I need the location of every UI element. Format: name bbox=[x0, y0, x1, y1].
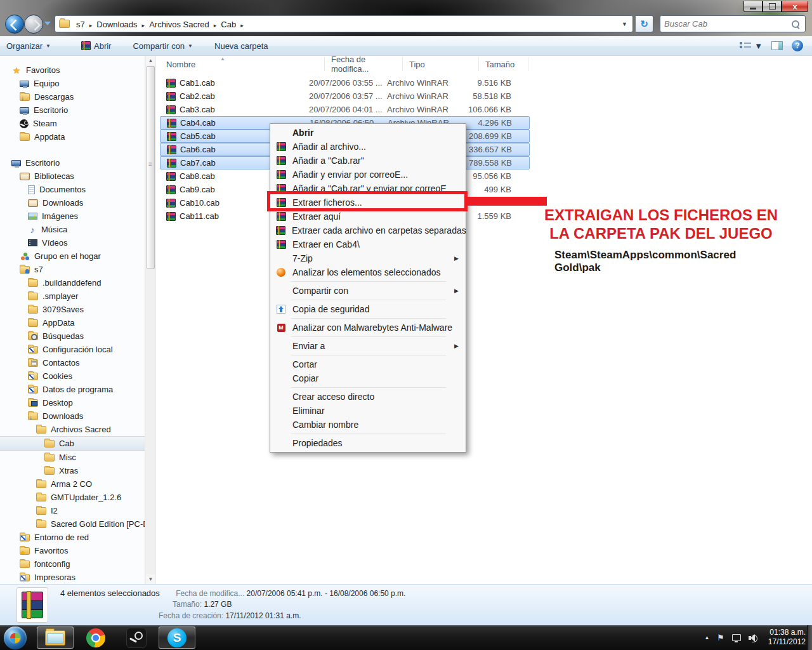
sidebar-item-steam[interactable]: Steam bbox=[0, 117, 145, 130]
sidebar-item-v-deos[interactable]: Vídeos bbox=[0, 236, 145, 249]
preview-pane-button[interactable] bbox=[771, 41, 783, 50]
menu-item-copiar[interactable]: Copiar bbox=[271, 371, 465, 385]
address-dropdown-icon[interactable]: ▼ bbox=[622, 21, 627, 27]
sidebar-item-appdata[interactable]: Appdata bbox=[0, 130, 145, 143]
menu-item-crear-acceso-directo[interactable]: Crear acceso directo bbox=[271, 390, 465, 404]
sidebar-item-m-sica[interactable]: ♪Música bbox=[0, 223, 145, 236]
taskbar-steam-button[interactable] bbox=[118, 627, 155, 649]
sidebar-item-b-squedas[interactable]: Búsquedas bbox=[0, 329, 145, 343]
sidebar-item-grupo-en-el-hogar[interactable]: Grupo en el hogar bbox=[0, 249, 145, 263]
start-button[interactable] bbox=[4, 627, 27, 649]
volume-icon[interactable] bbox=[749, 634, 757, 642]
sidebar-item-desktop[interactable]: Desktop bbox=[0, 396, 145, 409]
sidebar-item-entorno-de-red[interactable]: Entorno de red bbox=[0, 531, 145, 544]
menu-item-extraer-en-cab4-[interactable]: Extraer en Cab4\ bbox=[271, 237, 465, 251]
menu-item-a-adir-al-archivo-[interactable]: Añadir al archivo... bbox=[271, 140, 465, 154]
sidebar-item-bibliotecas[interactable]: Bibliotecas bbox=[0, 169, 145, 183]
scroll-down-icon[interactable]: ▼ bbox=[146, 574, 155, 584]
scroll-up-icon[interactable]: ▲ bbox=[146, 56, 155, 65]
scrollbar-thumb[interactable] bbox=[147, 66, 155, 269]
sidebar-scrollbar[interactable]: ▲ ▼ bbox=[145, 56, 155, 584]
help-button[interactable]: ? bbox=[792, 40, 803, 51]
menu-item-analizar-los-elementos-seleccionados[interactable]: Analizar los elementos seleccionados bbox=[271, 265, 465, 279]
menu-item-a-adir-a-cab-rar-[interactable]: Añadir a "Cab.rar" bbox=[271, 154, 465, 168]
breadcrumb-item[interactable]: Downloads bbox=[94, 20, 140, 29]
tray-expand-icon[interactable]: ▲ bbox=[704, 635, 709, 640]
column-header-tama-o[interactable]: Tamaño bbox=[479, 57, 528, 71]
sidebar-item-xtras[interactable]: Xtras bbox=[0, 464, 145, 477]
menu-item-extraer-cada-archivo-en-carpetas-separadas[interactable]: Extraer cada archivo en carpetas separad… bbox=[271, 223, 465, 237]
column-header-tipo[interactable]: Tipo bbox=[403, 57, 479, 71]
taskbar-chrome-button[interactable] bbox=[77, 627, 114, 649]
sidebar-item-favoritos[interactable]: Favoritos bbox=[0, 544, 145, 557]
search-box[interactable] bbox=[660, 15, 806, 32]
sidebar-item-cab[interactable]: Cab bbox=[0, 436, 145, 451]
organize-button[interactable]: Organizar ▼ bbox=[0, 36, 57, 55]
file-row[interactable]: Cab3.cab20/07/2006 04:01 ...Archivo WinR… bbox=[160, 103, 530, 116]
sidebar-item-downloads[interactable]: Downloads bbox=[0, 409, 145, 423]
column-header-nombre[interactable]: Nombre bbox=[160, 57, 325, 71]
recent-pages-dropdown-icon[interactable] bbox=[44, 22, 51, 25]
breadcrumb-item[interactable]: Archivos Sacred bbox=[147, 20, 212, 29]
sidebar-item-configuraci-n-local[interactable]: Configuración local bbox=[0, 343, 145, 356]
taskbar-skype-button[interactable]: S bbox=[159, 627, 195, 649]
sidebar-item-appdata[interactable]: AppData bbox=[0, 316, 145, 329]
minimize-button[interactable] bbox=[743, 1, 763, 12]
search-icon[interactable] bbox=[790, 19, 801, 29]
action-center-flag-icon[interactable]: ⚑ bbox=[717, 633, 724, 642]
menu-item-7-zip[interactable]: 7-Zip▶ bbox=[271, 251, 465, 265]
sidebar-item-archivos-sacred[interactable]: Archivos Sacred bbox=[0, 423, 145, 436]
sidebar-item-escritorio[interactable]: Escritorio bbox=[0, 103, 145, 117]
sidebar-item-arma-2-co[interactable]: Arma 2 CO bbox=[0, 477, 145, 491]
network-icon[interactable] bbox=[732, 634, 741, 641]
breadcrumb-item[interactable]: Cab bbox=[218, 20, 239, 29]
sidebar-item-descargas[interactable]: Descargas bbox=[0, 90, 145, 103]
close-button[interactable]: x bbox=[782, 1, 808, 12]
menu-item-a-adir-y-enviar-por-correoe-[interactable]: Añadir y enviar por correoE... bbox=[271, 168, 465, 182]
sidebar-item-3079saves[interactable]: 3079Saves bbox=[0, 303, 145, 316]
share-with-button[interactable]: Compartir con ▼ bbox=[126, 36, 199, 55]
sidebar-item-datos-de-programa[interactable]: Datos de programa bbox=[0, 383, 145, 396]
menu-item-abrir[interactable]: Abrir bbox=[271, 126, 465, 140]
taskbar-clock[interactable]: 01:38 a.m. 17/11/2012 bbox=[768, 628, 806, 647]
sidebar-item-escritorio[interactable]: Escritorio bbox=[0, 156, 145, 169]
menu-item-copia-de-seguridad[interactable]: Copia de seguridad bbox=[271, 302, 465, 316]
sidebar-item-gmtupdater-1-2-6[interactable]: GMTUpdater_1.2.6 bbox=[0, 491, 145, 504]
breadcrumb-item[interactable]: s7 bbox=[74, 20, 88, 29]
menu-item-cortar[interactable]: Cortar bbox=[271, 357, 465, 371]
file-row[interactable]: Cab2.cab20/07/2006 03:57 ...Archivo WinR… bbox=[160, 90, 530, 103]
menu-item-eliminar[interactable]: Eliminar bbox=[271, 404, 465, 418]
sidebar-item-favoritos[interactable]: ★Favoritos bbox=[0, 63, 145, 77]
sidebar-item-fontconfig[interactable]: fontconfig bbox=[0, 557, 145, 571]
search-input[interactable] bbox=[660, 19, 790, 29]
open-button[interactable]: Abrir bbox=[75, 36, 117, 55]
file-row[interactable]: Cab1.cab20/07/2006 03:55 ...Archivo WinR… bbox=[160, 76, 530, 90]
sidebar-item-documentos[interactable]: Documentos bbox=[0, 183, 145, 196]
sidebar-item-s7[interactable]: s7 bbox=[0, 263, 145, 276]
sidebar-item-i2[interactable]: I2 bbox=[0, 504, 145, 517]
menu-item-analizar-con-malwarebytes-anti-malware[interactable]: MAnalizar con Malwarebytes Anti-Malware bbox=[271, 321, 465, 335]
menu-item-compartir-con[interactable]: Compartir con▶ bbox=[271, 284, 465, 298]
menu-item-propiedades[interactable]: Propiedades bbox=[271, 436, 465, 450]
taskbar-explorer-button[interactable] bbox=[37, 627, 74, 649]
menu-item-enviar-a[interactable]: Enviar a▶ bbox=[271, 339, 465, 353]
change-view-button[interactable]: ▼ bbox=[740, 41, 763, 51]
back-button[interactable] bbox=[5, 15, 24, 34]
sidebar-item-sacred-gold-edition-pc-dvd[interactable]: Sacred Gold Edition [PC-DVD bbox=[0, 517, 145, 531]
sidebar-item-cookies[interactable]: Cookies bbox=[0, 369, 145, 383]
sidebar-item--smplayer[interactable]: .smplayer bbox=[0, 289, 145, 303]
sidebar-item-equipo[interactable]: Equipo bbox=[0, 77, 145, 90]
sidebar-item-misc[interactable]: Misc bbox=[0, 451, 145, 464]
menu-item-extraer-aqu-[interactable]: Extraer aquí bbox=[271, 209, 465, 223]
refresh-button[interactable]: ↻ bbox=[636, 15, 653, 32]
sidebar-item-downloads[interactable]: Downloads bbox=[0, 196, 145, 209]
maximize-button[interactable] bbox=[763, 1, 782, 12]
sidebar-item--buildanddefend[interactable]: .buildanddefend bbox=[0, 276, 145, 289]
address-bar[interactable]: s7▸Downloads▸Archivos Sacred▸Cab▸ ▼ bbox=[55, 15, 633, 32]
menu-item-cambiar-nombre[interactable]: Cambiar nombre bbox=[271, 418, 465, 432]
sidebar-item-im-genes[interactable]: Imágenes bbox=[0, 209, 145, 223]
sidebar-item-impresoras[interactable]: Impresoras bbox=[0, 571, 145, 584]
forward-button[interactable] bbox=[24, 15, 43, 34]
show-desktop-button[interactable] bbox=[807, 625, 812, 650]
new-folder-button[interactable]: Nueva carpeta bbox=[208, 36, 275, 55]
